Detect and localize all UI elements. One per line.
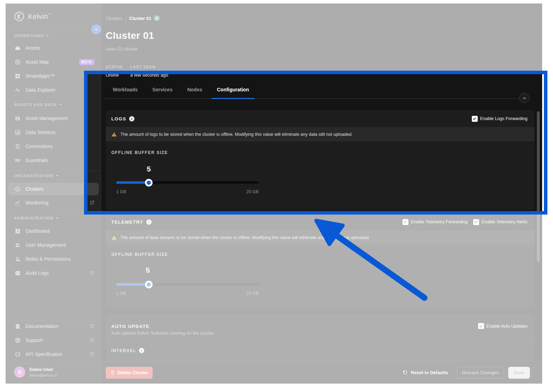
logs-buffer-slider[interactable] [116,181,259,184]
page-subtitle: sales-01-cluster [106,46,138,51]
data-explorer-icon [15,87,21,93]
sidebar-item-clusters[interactable]: Clusters [8,183,99,195]
sidebar-section-administration[interactable]: ADMINISTRATION [14,216,59,220]
sidebar-section-orchestration[interactable]: ORCHESTRATION [14,174,58,178]
checkbox-checked-icon[interactable] [402,219,408,225]
sidebar-item-data-streams[interactable]: Data Streams [8,125,99,139]
info-icon[interactable]: i [139,348,144,353]
user-management-icon [15,242,21,248]
sidebar-item-documentation[interactable]: Documentation [8,319,99,333]
slider-fill [116,181,149,184]
brand-trademark: ™ [48,13,51,16]
user-name: Demo User [29,367,57,372]
collapse-panel-button[interactable] [519,93,530,103]
tab-workloads[interactable]: Workloads [107,87,143,98]
checkbox-checked-icon[interactable] [473,219,479,225]
sidebar-item-monitoring[interactable]: Monitoring [8,196,99,210]
slider-fill [116,283,149,286]
checkbox-label: Enable Logs Forwarding [480,116,528,121]
check-icon [155,16,159,20]
sidebar-item-guardrails[interactable]: Guardrails [8,153,99,167]
tab-nodes[interactable]: Nodes [182,87,208,98]
divider [106,340,534,340]
sidebar-item-roles-permissions[interactable]: Roles & Permissions [8,252,99,266]
logs-title: LOGS [111,116,126,121]
sidebar-item-audit-logs[interactable]: Audit Logs [8,266,99,280]
chevron-down-icon [46,35,49,38]
enable-telemetry-forwarding-checkbox[interactable]: Enable Telemetry Forwarding [402,219,468,225]
external-link-icon [90,271,94,275]
enable-logs-forwarding-checkbox[interactable]: Enable Logs Forwarding [472,116,528,122]
dashboard-icon [15,228,21,234]
sidebar-item-asset-management[interactable]: Asset Management [8,111,99,125]
sidebar-item-smartapps[interactable]: SmartApps™ [8,69,99,83]
logs-card-header: LOGS i Enable Logs Forwarding [106,110,534,127]
auto-update-card: AUTO UPDATE Enable Auto Updates Auto upd… [106,314,534,361]
tab-configuration[interactable]: Configuration [211,87,255,98]
status-value: Online [106,72,119,78]
telemetry-buffer-slider[interactable] [116,283,259,286]
save-button[interactable]: Save [508,367,530,379]
checkbox-checked-icon[interactable] [472,116,478,122]
brand-logo[interactable]: Kelvin™ [14,11,51,22]
kelvin-logo-icon [14,11,24,22]
warning-icon [111,235,117,240]
tab-services[interactable]: Services [147,87,178,98]
delete-cluster-button[interactable]: Delete Cluster [106,367,153,379]
divider [6,25,102,26]
checkbox-label: Enable Telemetry Alerts [482,219,527,224]
sidebar-item-data-explorer[interactable]: Data Explorer [8,83,99,97]
scrollbar[interactable] [537,111,540,262]
main-content: Clusters / Cluster 01 Cluster 01 sales-0… [102,4,542,384]
sidebar-section-assets-and-data[interactable]: ASSETS AND DATA [14,103,62,107]
assets-icon [15,45,21,51]
external-link-icon [90,352,94,357]
user-profile[interactable]: D Demo User demo@kelvin.ai [14,366,57,378]
logs-slider-thumb[interactable] [145,179,153,187]
api-specification-icon [15,351,21,357]
asset-map-icon [15,59,21,65]
action-bar: Delete Cluster Reset to Defaults Discard… [102,361,542,384]
breadcrumb-clusters-link[interactable]: Clusters [106,16,122,21]
info-icon[interactable]: i [129,116,134,121]
sidebar-item-api-specification[interactable]: API Specification [8,347,99,361]
sidebar-item-user-management[interactable]: User Management [8,238,99,252]
sidebar-section-operations[interactable]: OPERATIONS [14,34,49,38]
enable-auto-updates-checkbox[interactable]: Enable Auto Updates [478,323,527,329]
telemetry-slider-max-label: 20 GB [116,291,259,296]
divider [6,212,102,213]
sidebar-item-support[interactable]: Support [8,333,99,347]
sidebar-item-assets[interactable]: Assets [8,41,99,55]
sidebar-item-asset-map[interactable]: Asset Map BETA [8,55,99,69]
logs-buffer-size-value: 5 [147,165,151,173]
interval-row: INTERVAL i [111,348,144,353]
telemetry-title: TELEMETRY [111,219,144,225]
info-icon[interactable]: i [146,219,152,225]
sidebar: Kelvin™ OPERATIONS Assets Asset Map BETA [6,4,102,384]
last-seen-label: LAST SEEN [130,65,156,69]
discard-changes-button[interactable]: Discard Changes [457,367,504,379]
external-link-icon [90,200,94,205]
telemetry-warning-banner: The amount of data streams to be stored … [106,230,534,245]
reset-icon [402,370,408,375]
divider [6,363,102,364]
connections-icon [15,144,21,149]
roles-permissions-icon [15,256,21,262]
sidebar-collapse-button[interactable] [91,24,101,34]
data-streams-icon [15,130,21,135]
sidebar-item-dashboard[interactable]: Dashboard [8,224,99,238]
chevron-up-icon [522,96,527,100]
breadcrumb: Clusters / Cluster 01 [106,15,160,21]
telemetry-card: TELEMETRY i Enable Telemetry Forwarding [106,214,534,307]
telemetry-slider-thumb[interactable] [145,281,153,288]
support-icon [15,337,21,343]
checkbox-checked-icon[interactable] [478,323,484,329]
telemetry-buffer-size-label: OFFLINE BUFFER SIZE [111,252,168,257]
breadcrumb-current: Cluster 01 [129,16,151,21]
reset-to-defaults-button[interactable]: Reset to Defaults [402,367,448,379]
sidebar-item-connections[interactable]: Connections [8,139,99,153]
enable-telemetry-alerts-checkbox[interactable]: Enable Telemetry Alerts [473,219,527,225]
external-link-icon [90,338,94,343]
smartapps-icon [15,73,21,79]
auto-update-description: Auto update Kelvin Software running on t… [111,330,215,336]
